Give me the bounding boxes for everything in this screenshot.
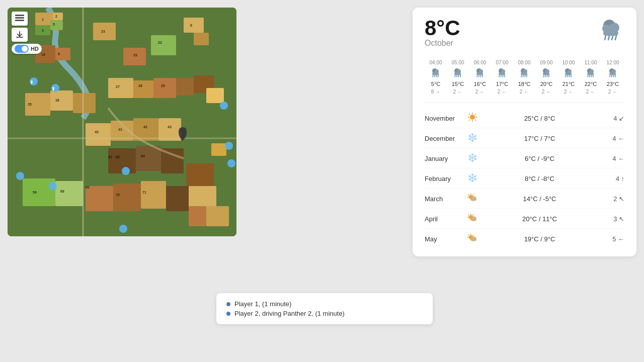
- month-temperatures: 17°C / 7°C: [480, 135, 599, 142]
- svg-rect-141: [587, 72, 594, 75]
- hour-temperature: 21°C: [562, 81, 575, 87]
- hd-toggle[interactable]: HD: [12, 44, 42, 54]
- monthly-forecast: November 25°C / 8°C 4 ↙ December ❄️ 17°C…: [425, 109, 624, 248]
- svg-line-165: [469, 114, 470, 115]
- svg-line-121: [521, 75, 522, 77]
- month-name: January: [425, 155, 465, 162]
- svg-line-175: [468, 195, 469, 196]
- svg-line-87: [608, 36, 609, 40]
- hour-wind: 2 ←: [453, 89, 462, 95]
- svg-line-115: [501, 75, 502, 77]
- svg-line-166: [475, 120, 476, 121]
- svg-line-102: [458, 75, 459, 77]
- current-temperature: 8°C: [425, 18, 460, 39]
- month-row: February ❄️ 8°C / -8°C 4 ↑: [425, 169, 624, 189]
- svg-rect-30: [113, 184, 141, 211]
- hour-time: 08:00: [518, 60, 530, 65]
- player-1-dot: [226, 302, 230, 306]
- svg-text:63: 63: [116, 155, 120, 159]
- month-temperatures: 6°C / -9°C: [480, 155, 599, 162]
- svg-rect-92: [432, 72, 439, 75]
- hour-time: 12:00: [606, 60, 619, 65]
- hour-temperature: 5°C: [431, 81, 440, 87]
- month-temperatures: 14°C / -5°C: [480, 195, 599, 203]
- hour-column: 06:00 16°C 2 ←: [469, 60, 491, 95]
- svg-rect-28: [158, 118, 181, 141]
- hour-wind: 2 ←: [542, 89, 551, 95]
- hour-column: 05:00 15°C 2 ←: [447, 60, 469, 95]
- svg-point-56: [227, 159, 235, 167]
- svg-text:⬆: ⬆: [30, 80, 34, 85]
- hour-temperature: 17°C: [496, 81, 509, 87]
- hour-column: 12:00 23°C 2 ←: [602, 60, 624, 95]
- svg-line-136: [568, 75, 568, 77]
- month-temperatures: 8°C / -8°C: [480, 175, 599, 183]
- svg-line-109: [480, 75, 481, 77]
- hour-temperature: 20°C: [540, 81, 553, 87]
- hourly-forecast: 04:00 5°C 8 → 05:00: [425, 60, 624, 103]
- svg-text:36: 36: [55, 99, 59, 102]
- svg-rect-35: [206, 206, 229, 226]
- map-controls: HD: [12, 12, 42, 54]
- svg-line-152: [615, 75, 616, 77]
- svg-point-54: [220, 102, 228, 110]
- hour-column: 08:00 18°C 2 ←: [513, 60, 535, 95]
- svg-line-122: [523, 75, 524, 77]
- player-1-text: Player 1, (1 minute): [234, 300, 291, 308]
- month-name: April: [425, 215, 465, 223]
- hour-time: 05:00: [451, 60, 464, 65]
- svg-rect-36: [189, 206, 206, 226]
- map-panel: 1 2 3 5 23 8 10 9 27 28 29 22 33 40 41 4…: [8, 8, 236, 236]
- weather-panel: 8°C October 04:00: [413, 8, 636, 256]
- svg-text:68: 68: [60, 190, 64, 193]
- svg-text:35: 35: [28, 103, 32, 106]
- svg-text:1: 1: [42, 18, 44, 21]
- svg-rect-120: [521, 72, 527, 75]
- svg-rect-7: [194, 33, 209, 45]
- hour-column: 10:00 21°C 2 ←: [557, 60, 580, 95]
- map-download-button[interactable]: [12, 28, 28, 42]
- svg-line-114: [499, 75, 500, 77]
- svg-text:43: 43: [168, 125, 172, 129]
- hour-wind: 2 ←: [498, 89, 507, 95]
- hour-temperature: 18°C: [518, 81, 531, 87]
- svg-line-110: [482, 75, 483, 77]
- svg-line-135: [566, 75, 566, 77]
- svg-line-94: [435, 75, 435, 77]
- hour-weather-icon: [474, 67, 486, 79]
- month-wind: 3 ↖: [599, 215, 624, 223]
- svg-line-149: [610, 75, 610, 77]
- month-temperatures: 19°C / 9°C: [480, 235, 599, 243]
- svg-point-53: [122, 167, 130, 175]
- hour-weather-icon: [519, 67, 530, 79]
- svg-text:9: 9: [58, 52, 60, 56]
- svg-line-86: [605, 36, 606, 40]
- svg-text:40: 40: [95, 130, 99, 134]
- svg-text:10: 10: [41, 53, 45, 56]
- hour-weather-icon: [563, 67, 574, 79]
- svg-point-57: [119, 225, 127, 233]
- svg-line-137: [569, 75, 570, 77]
- svg-line-124: [527, 75, 527, 77]
- svg-line-103: [460, 75, 461, 77]
- svg-text:37: 37: [108, 155, 112, 159]
- svg-rect-25: [86, 123, 111, 146]
- svg-line-168: [469, 120, 470, 121]
- svg-line-176: [473, 195, 474, 196]
- svg-line-128: [543, 75, 544, 77]
- map-layers-button[interactable]: [12, 12, 28, 26]
- svg-rect-29: [86, 186, 113, 211]
- svg-rect-178: [470, 199, 476, 201]
- weather-current: 8°C October: [425, 18, 460, 56]
- player-row-2: Player 2, driving Panther 2, (1 minute): [226, 309, 423, 318]
- svg-line-143: [590, 75, 590, 77]
- svg-point-52: [49, 182, 57, 190]
- svg-rect-85: [603, 31, 618, 36]
- svg-text:41: 41: [118, 128, 122, 131]
- svg-line-130: [547, 75, 547, 77]
- svg-line-95: [436, 75, 437, 77]
- svg-text:22: 22: [158, 41, 162, 44]
- month-icon: ❄️: [465, 172, 480, 185]
- svg-text:2: 2: [55, 15, 57, 18]
- svg-rect-12: [108, 78, 133, 98]
